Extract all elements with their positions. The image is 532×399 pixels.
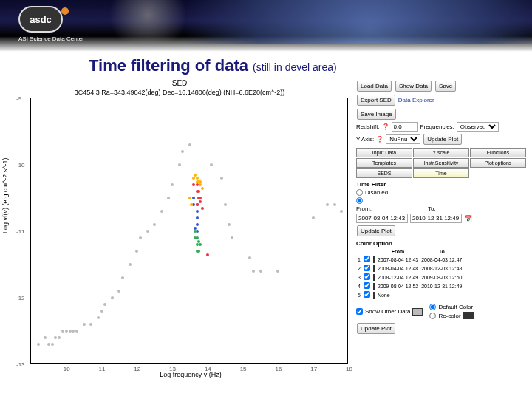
- data-point: [192, 183, 195, 186]
- update-plot-button-3[interactable]: Update Plot: [357, 323, 395, 334]
- tab-seds[interactable]: SEDS: [356, 168, 412, 178]
- tab-y-scale[interactable]: Y scale: [413, 148, 469, 157]
- calendar-icon[interactable]: 📅: [464, 215, 472, 222]
- frequencies-select[interactable]: Observed: [457, 122, 499, 132]
- data-point: [100, 310, 103, 313]
- color-swatch[interactable]: [373, 292, 375, 299]
- data-point: [201, 187, 204, 190]
- data-point: [194, 174, 197, 177]
- load-data-button[interactable]: Load Data: [357, 81, 392, 92]
- recolor-radio[interactable]: [429, 313, 436, 319]
- color-row: 42009-08-04 12:522010-12-31 12:49: [356, 282, 463, 290]
- help-icon[interactable]: ❓: [376, 136, 383, 143]
- save-image-button[interactable]: Save Image: [357, 109, 396, 120]
- ytick: -10: [16, 162, 25, 168]
- save-button[interactable]: Save: [435, 81, 456, 92]
- color-swatch[interactable]: [373, 256, 375, 263]
- xtick: 15: [240, 366, 247, 372]
- data-point: [188, 197, 191, 200]
- color-row: 12007-08-04 12:432008-04-03 12:47: [356, 255, 463, 264]
- time-filter-heading: Time Filter: [356, 181, 526, 188]
- data-point: [139, 236, 142, 239]
- yaxis-select[interactable]: NuFnu: [386, 134, 420, 144]
- data-point: [192, 197, 195, 200]
- color-from: 2007-08-04 12:43: [376, 255, 420, 264]
- show-other-data-label: Show Other Data: [365, 308, 410, 315]
- data-point: [197, 240, 200, 243]
- data-point: [37, 343, 40, 346]
- time-from-input[interactable]: [356, 214, 408, 223]
- redshift-input[interactable]: [392, 122, 418, 132]
- color-row-checkbox[interactable]: [364, 291, 370, 298]
- sidebar: Load Data Show Data Save Export SED Data…: [356, 78, 526, 389]
- ytick: -12: [16, 295, 25, 301]
- time-range-radio[interactable]: [356, 197, 363, 204]
- data-point: [103, 303, 106, 306]
- data-point: [199, 183, 202, 186]
- data-point: [83, 323, 86, 326]
- page-title: Time filtering of data (still in devel a…: [0, 52, 532, 78]
- data-point: [201, 207, 204, 210]
- default-color-label: Default Color: [438, 304, 473, 310]
- data-point: [199, 200, 202, 203]
- data-point: [196, 203, 199, 206]
- export-sed-button[interactable]: Export SED: [357, 95, 395, 106]
- data-point: [333, 203, 336, 206]
- color-to: 2008-04-03 12:47: [420, 255, 463, 264]
- color-row-checkbox[interactable]: [364, 265, 370, 271]
- color-row-checkbox[interactable]: [364, 282, 370, 289]
- data-point: [196, 223, 199, 226]
- data-point: [197, 190, 200, 193]
- other-data-swatch[interactable]: [412, 308, 423, 316]
- xtick: 16: [275, 366, 282, 372]
- color-row-checkbox[interactable]: [364, 256, 370, 262]
- header-banner: asdc ASI Science Data Center: [0, 0, 532, 52]
- tab-plot-options[interactable]: Plot options: [470, 158, 526, 168]
- update-plot-button[interactable]: Update Plot: [423, 134, 462, 145]
- tab-templates[interactable]: Templates: [356, 158, 412, 168]
- xtick: 13: [169, 366, 176, 372]
- color-from: 2009-08-04 12:52: [376, 282, 420, 290]
- data-explorer-link[interactable]: Data Explorer: [398, 97, 434, 103]
- chart-subtitle: 3C454.3 Ra=343.49042(deg) Dec=16.14806(d…: [7, 89, 352, 96]
- chart-panel: SED 3C454.3 Ra=343.49042(deg) Dec=16.148…: [6, 78, 353, 389]
- color-to: 2008-12-03 12:48: [420, 264, 463, 273]
- logo-text: asdc: [30, 14, 52, 25]
- color-swatch[interactable]: [373, 274, 375, 281]
- color-swatch[interactable]: [373, 283, 375, 290]
- data-point: [194, 227, 197, 230]
- color-from: 2008-12-04 12:49: [376, 273, 420, 282]
- frequencies-label: Frequencies:: [420, 123, 454, 130]
- color-row-checkbox[interactable]: [364, 273, 370, 280]
- tab-input-data[interactable]: Input Data: [356, 148, 412, 157]
- data-point: [121, 276, 124, 279]
- color-swatch[interactable]: [373, 265, 375, 272]
- data-point: [196, 243, 199, 246]
- data-point: [192, 177, 195, 180]
- color-option-heading: Color Option: [356, 240, 526, 247]
- tab-time[interactable]: Time: [413, 168, 469, 178]
- data-point: [153, 223, 156, 226]
- xtick: 10: [64, 366, 70, 372]
- data-point: [248, 256, 251, 259]
- update-plot-button-2[interactable]: Update Plot: [357, 225, 395, 236]
- xtick: 17: [310, 366, 317, 372]
- data-point: [220, 177, 223, 180]
- recolor-swatch[interactable]: [463, 312, 474, 319]
- redshift-label: Redshift:: [356, 123, 380, 130]
- time-to-input[interactable]: [410, 214, 462, 223]
- data-point: [97, 316, 100, 319]
- show-data-button[interactable]: Show Data: [395, 81, 432, 92]
- time-disabled-radio[interactable]: [356, 189, 363, 196]
- tab-functions[interactable]: Functions: [470, 148, 526, 157]
- data-point: [51, 343, 54, 346]
- show-other-data-checkbox[interactable]: [356, 308, 363, 315]
- data-point: [167, 197, 170, 200]
- default-color-radio[interactable]: [429, 304, 436, 310]
- help-icon[interactable]: ❓: [382, 123, 389, 130]
- data-point: [196, 216, 199, 219]
- tab-instr-sensitivity[interactable]: Instr.Sensitivity: [413, 158, 469, 168]
- data-point: [111, 296, 114, 299]
- data-point: [69, 330, 72, 332]
- ytick: -9: [16, 95, 21, 102]
